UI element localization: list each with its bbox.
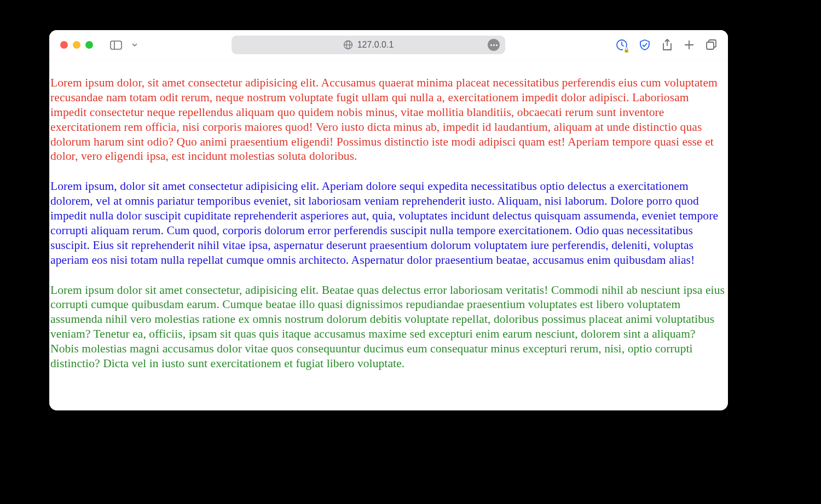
shield-icon[interactable] xyxy=(638,38,651,51)
address-host: 127.0.0.1 xyxy=(357,40,394,50)
browser-window: 127.0.0.1 🔒 xyxy=(49,30,728,410)
reader-mode-button[interactable] xyxy=(488,39,500,51)
svg-rect-8 xyxy=(707,42,714,49)
paragraph-1: Lorem ipsum dolor, sit amet consectetur … xyxy=(50,76,727,164)
minimize-window-button[interactable] xyxy=(73,41,80,49)
browser-toolbar: 127.0.0.1 🔒 xyxy=(49,30,728,60)
privacy-report-button[interactable]: 🔒 xyxy=(615,38,628,51)
address-bar[interactable]: 127.0.0.1 xyxy=(232,36,505,54)
globe-icon xyxy=(343,40,353,50)
sidebar-toggle-button[interactable] xyxy=(107,37,125,53)
share-button[interactable] xyxy=(661,38,673,51)
paragraph-2: Lorem ipsum, dolor sit amet consectetur … xyxy=(50,179,727,267)
tab-group-chevron-icon[interactable] xyxy=(126,37,143,53)
window-controls xyxy=(60,41,93,49)
paragraph-3: Lorem ipsum dolor sit amet consectetur, … xyxy=(50,283,727,371)
maximize-window-button[interactable] xyxy=(85,41,93,49)
svg-rect-0 xyxy=(111,41,122,49)
new-tab-button[interactable] xyxy=(683,39,695,51)
tab-overview-button[interactable] xyxy=(705,39,717,51)
close-window-button[interactable] xyxy=(60,41,68,49)
page-content: Lorem ipsum dolor, sit amet consectetur … xyxy=(49,60,728,410)
lock-icon: 🔒 xyxy=(623,47,630,53)
